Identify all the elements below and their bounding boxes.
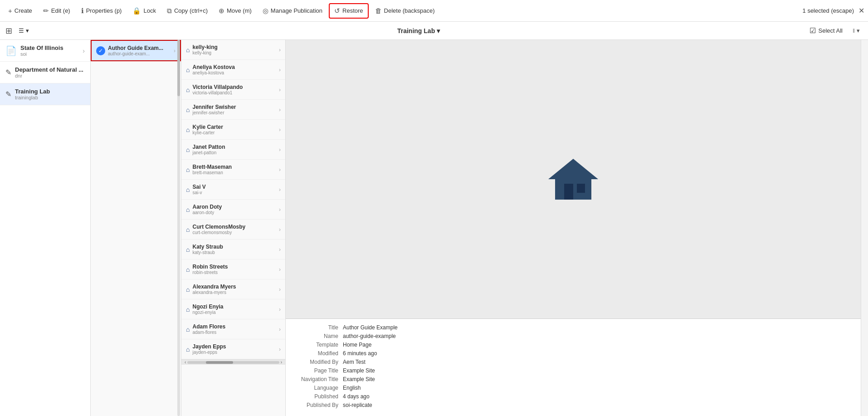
- detail-row-name: Name author-guide-example: [293, 333, 853, 339]
- sub-item-title: Aaron Doty: [192, 204, 276, 210]
- home-icon: ⌂: [186, 106, 190, 113]
- breadcrumb-label: Training Lab: [397, 27, 435, 34]
- sub-item-10[interactable]: ⌂ Katy Straub katy-straub ›: [181, 240, 285, 259]
- sub-item-12[interactable]: ⌂ Alexandra Myers alexandra-myers ›: [181, 279, 285, 299]
- chevron-right-icon: ›: [279, 226, 281, 233]
- sub-item-title: Janet Patton: [192, 144, 276, 150]
- tree-item-title: State Of Illinois: [20, 44, 79, 51]
- breadcrumb-dropdown[interactable]: Training Lab ▾: [397, 27, 440, 34]
- sub-item-sub: kylie-carter: [192, 130, 276, 135]
- scroll-right-button[interactable]: ›: [279, 360, 283, 365]
- sub-item-1[interactable]: ⌂ Aneliya Kostova aneliya-kostova ›: [181, 60, 285, 80]
- sub-item-0[interactable]: ⌂ kelly-king kelly-king ›: [181, 40, 285, 60]
- sub-item-title: Jennifer Swisher: [192, 104, 276, 110]
- chevron-right-icon: ›: [279, 67, 281, 73]
- sub-item-14[interactable]: ⌂ Adam Flores adam-flores ›: [181, 319, 285, 339]
- move-icon: ⊕: [219, 7, 224, 15]
- sub-item-title: Robin Streets: [192, 264, 276, 270]
- sub-item-sub: ngozi-enyia: [192, 310, 276, 315]
- detail-value-modified: 6 minutes ago: [343, 350, 377, 357]
- sub-item-3[interactable]: ⌂ Jennifer Swisher jennifer-swisher ›: [181, 100, 285, 120]
- sub-item-2[interactable]: ⌂ Victoria Villalpando victoria-villalpa…: [181, 80, 285, 100]
- detail-value-modified-by: Aem Test: [343, 359, 366, 365]
- chevron-right-icon: ›: [279, 326, 281, 333]
- sub-item-7[interactable]: ⌂ Sai V sai-v ›: [181, 180, 285, 200]
- sub-item-sub: curt-clemonsmosby: [192, 230, 276, 235]
- chevron-right-icon: ›: [279, 266, 281, 273]
- sub-item-5[interactable]: ⌂ Janet Patton janet-patton ›: [181, 140, 285, 160]
- sub-item-title: Kylie Carter: [192, 124, 276, 130]
- tree-item-dnr[interactable]: ✎ Department of Natural ... dnr: [0, 62, 90, 83]
- edit-button[interactable]: ✏ Edit (e): [39, 4, 75, 18]
- scroll-thumb[interactable]: [206, 361, 234, 364]
- delete-button[interactable]: 🗑 Delete (backspace): [371, 4, 439, 17]
- check-icon: ✓: [96, 46, 105, 55]
- home-icon: ⌂: [186, 126, 190, 133]
- close-selection-button[interactable]: ✕: [858, 6, 864, 15]
- tree-item-state-of-illinois[interactable]: 📄 State Of Illinois soi ›: [0, 40, 90, 62]
- restore-button[interactable]: ↺ Restore: [329, 3, 369, 19]
- detail-row-published: Published 4 days ago: [293, 393, 853, 400]
- home-icon: ⌂: [186, 146, 190, 153]
- page-list: ✓ Author Guide Exam... author-guide-exam…: [91, 40, 181, 416]
- sub-item-15[interactable]: ⌂ Jayden Epps jayden-epps ›: [181, 339, 285, 359]
- detail-label-title: Title: [293, 324, 338, 331]
- detail-value-name: author-guide-example: [343, 333, 396, 339]
- page-item-sub: author-guide-exam...: [108, 51, 171, 56]
- page-item-author-guide[interactable]: ✓ Author Guide Exam... author-guide-exam…: [91, 40, 181, 61]
- select-all-button[interactable]: ☑ Select All: [806, 24, 846, 37]
- create-label: Create: [15, 7, 32, 14]
- view-toggle[interactable]: ⦀ ▾: [850, 25, 863, 36]
- sub-item-title: Ngozi Enyia: [192, 303, 276, 310]
- scrollbar-thumb[interactable]: [177, 40, 180, 96]
- sub-item-title: Curt ClemonsMosby: [192, 224, 276, 230]
- horizontal-scrollbar[interactable]: ‹ ›: [181, 359, 285, 365]
- view-dropdown[interactable]: ☰ ▾: [16, 25, 32, 36]
- chevron-right-icon: ›: [83, 47, 85, 54]
- sub-item-11[interactable]: ⌂ Robin Streets robin-streets ›: [181, 259, 285, 279]
- sub-item-9[interactable]: ⌂ Curt ClemonsMosby curt-clemonsmosby ›: [181, 220, 285, 240]
- scrollbar-track[interactable]: [177, 40, 180, 416]
- sub-item-sub: katy-straub: [192, 250, 276, 255]
- right-edge-handle[interactable]: ⋮: [861, 40, 868, 416]
- home-icon: ⌂: [186, 306, 190, 313]
- sub-item-sub: jennifer-swisher: [192, 110, 276, 115]
- sub-item-sub: kelly-king: [192, 50, 276, 55]
- copy-button[interactable]: ⧉ Copy (ctrl+c): [162, 4, 212, 18]
- page-item-title: Author Guide Exam...: [108, 45, 171, 51]
- sub-item-sub: robin-streets: [192, 270, 276, 275]
- chevron-right-icon: ›: [279, 206, 281, 213]
- sub-items-list: ⌂ kelly-king kelly-king › ⌂ Aneliya Kost…: [181, 40, 286, 416]
- properties-button[interactable]: ℹ Properties (p): [77, 4, 127, 18]
- selected-info: 1 selected (escape): [803, 7, 854, 14]
- delete-label: Delete (backspace): [384, 7, 435, 14]
- chevron-right-icon: ›: [279, 346, 281, 352]
- chevron-right-icon: ›: [279, 166, 281, 173]
- sub-item-title: kelly-king: [192, 44, 276, 50]
- detail-label-published-by: Published By: [293, 402, 338, 408]
- move-button[interactable]: ⊕ Move (m): [214, 4, 256, 18]
- manage-pub-icon: ◎: [263, 7, 268, 15]
- detail-row-modified-by: Modified By Aem Test: [293, 359, 853, 365]
- sub-item-13[interactable]: ⌂ Ngozi Enyia ngozi-enyia ›: [181, 299, 285, 319]
- sub-item-title: Katy Straub: [192, 244, 276, 250]
- detail-label-template: Template: [293, 342, 338, 348]
- manage-publication-button[interactable]: ◎ Manage Publication: [258, 4, 327, 18]
- chevron-right-icon: ›: [279, 127, 281, 133]
- sub-item-sub: sai-v: [192, 190, 276, 195]
- sub-item-title: Victoria Villalpando: [192, 84, 276, 90]
- detail-row-page-title: Page Title Example Site: [293, 367, 853, 374]
- sub-item-8[interactable]: ⌂ Aaron Doty aaron-doty ›: [181, 200, 285, 220]
- sub-item-4[interactable]: ⌂ Kylie Carter kylie-carter ›: [181, 120, 285, 140]
- detail-row-published-by: Published By soi-replicate: [293, 402, 853, 408]
- chevron-right-icon: ›: [279, 286, 281, 293]
- create-icon: +: [8, 7, 12, 15]
- svg-rect-1: [564, 184, 573, 200]
- create-button[interactable]: + Create: [4, 4, 37, 17]
- chevron-right-icon: ›: [279, 246, 281, 253]
- sub-item-6[interactable]: ⌂ Brett-Maseman brett-maseman ›: [181, 160, 285, 180]
- tree-item-training-lab[interactable]: ✎ Training Lab traininglab: [0, 83, 90, 105]
- detail-row-modified: Modified 6 minutes ago: [293, 350, 853, 357]
- lock-button[interactable]: 🔒 Lock: [128, 4, 160, 18]
- scroll-left-button[interactable]: ‹: [183, 360, 187, 365]
